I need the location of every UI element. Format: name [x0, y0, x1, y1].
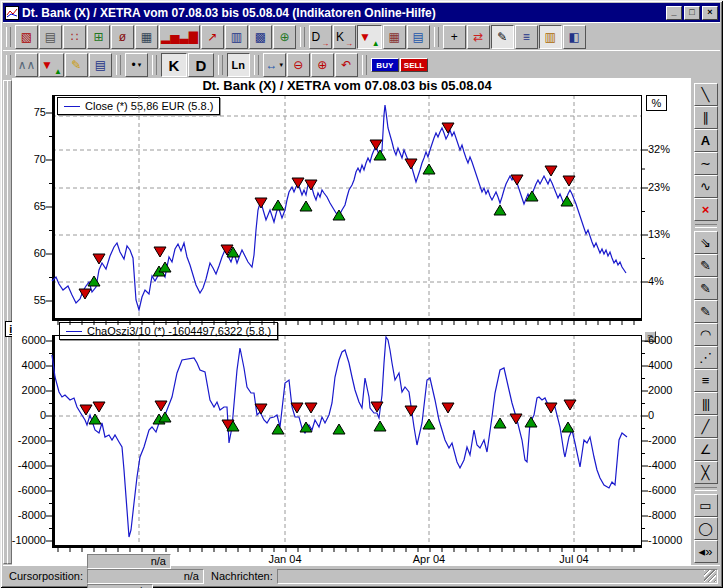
title-bar[interactable]: Dt. Bank (X) / XETRA vom 07.08.03 bis 05…	[3, 3, 720, 22]
grid-tool[interactable]: ╳	[694, 461, 718, 484]
more-tools[interactable]: ◂»	[694, 540, 718, 563]
log-scale-button[interactable]: Ln	[227, 53, 250, 77]
text-tool[interactable]: A	[694, 129, 718, 152]
toolbar-grip[interactable]	[152, 55, 157, 75]
zoom-in-button[interactable]: ⊕	[311, 53, 334, 77]
toolbar-grip[interactable]	[6, 55, 11, 75]
toolbar-grip[interactable]	[362, 55, 367, 75]
close-price-plot	[45, 95, 649, 328]
buy-sell-signals-icon[interactable]: ▼▲	[39, 53, 64, 77]
y-axis-right-label: -6000	[648, 484, 694, 496]
arc-tool[interactable]: ◠	[694, 323, 718, 346]
freehand-tool[interactable]: ∼	[694, 152, 718, 175]
drawing-toolbar: ╲∥A∼∿×⇘✎✎✎◠⋰≡|||╱∠╳▭◯◂»	[690, 78, 720, 566]
zigzag-analysis-icon[interactable]: ∧∧	[15, 53, 38, 77]
elliott-tool[interactable]: ✎	[694, 277, 718, 300]
buy-signal-marker	[272, 424, 284, 434]
zoom-history-icon[interactable]: ↶	[335, 53, 358, 77]
notes-icon[interactable]: ≡	[515, 25, 538, 49]
toolbar-grip[interactable]	[434, 27, 439, 47]
x-axis-label: Apr 04	[399, 553, 459, 565]
sell-signal-marker	[154, 247, 166, 257]
y-axis-label: 70	[4, 153, 46, 165]
parallel-channel-tool[interactable]: ∥	[694, 106, 718, 129]
angle-fan-tool[interactable]: ∠	[694, 438, 718, 461]
cursor-position-value: n/a	[87, 554, 171, 569]
quote-table-icon[interactable]: ▦	[135, 25, 158, 49]
bar-width-dropdown[interactable]: ↔▾	[263, 53, 286, 77]
sell-signal-marker	[155, 401, 167, 411]
sell-signal-marker	[255, 198, 267, 208]
buy-button[interactable]: BUY	[371, 58, 399, 72]
line-tool[interactable]: ╱	[694, 415, 718, 438]
gann-tool[interactable]: ✎	[694, 254, 718, 277]
cursor-position-value: n/a	[87, 584, 153, 588]
toolbar-grip[interactable]	[116, 55, 121, 75]
y-axis-label: -4000	[4, 459, 46, 471]
sell-signal-marker	[292, 178, 304, 188]
daily-mode-button[interactable]: D	[188, 53, 214, 77]
y-axis-right-label: 6000	[648, 334, 694, 346]
draw-pen-button[interactable]: ✎	[491, 25, 514, 49]
sell-signal-marker	[442, 403, 454, 413]
chart-workarea: ▾ in 1000 Dt. Bank (X) / XETRA vom 07.08…	[3, 78, 693, 566]
line-style-dropdown[interactable]: •▾	[125, 53, 148, 77]
candle-mode-button[interactable]: K	[161, 53, 187, 77]
status-bar: Cursorposition: n/an/an/a Nachrichten:	[3, 565, 720, 586]
fan-tool[interactable]: ⋰	[694, 346, 718, 369]
y-axis-right-label: 2000	[648, 384, 694, 396]
indicator-list-icon[interactable]: ▤	[407, 25, 430, 49]
crosshair-icon[interactable]: +	[443, 25, 466, 49]
news-monitor-icon[interactable]: ▥	[225, 25, 248, 49]
y-axis-label: 6000	[4, 334, 46, 346]
sell-button[interactable]: SELL	[400, 58, 428, 72]
close-button[interactable]: ×	[702, 6, 718, 20]
buy-signal-marker	[333, 424, 345, 434]
histogram-icon[interactable]: ▂▅▃▇	[159, 25, 200, 49]
y-axis-label: -2000	[4, 434, 46, 446]
candle-data-button[interactable]: K→	[333, 25, 356, 49]
toolbar-grip[interactable]	[6, 27, 11, 47]
speedline-tool[interactable]: ✎	[694, 300, 718, 323]
minimize-button[interactable]: _	[666, 6, 682, 20]
rectangle-tool[interactable]: ▭	[694, 494, 718, 517]
x-axis-label: Jul 04	[544, 553, 604, 565]
move-arrows-icon[interactable]: ⇄	[467, 25, 490, 49]
ellipse-tool[interactable]: ◯	[694, 517, 718, 540]
marker-pen-icon[interactable]: ✎	[65, 53, 88, 77]
copy-chart-icon[interactable]: ▤	[39, 25, 62, 49]
portfolio-icon[interactable]: ⊞	[87, 25, 110, 49]
new-chart-icon[interactable]: ▧	[15, 25, 38, 49]
signals-button[interactable]: ▼▲	[357, 25, 382, 49]
grid-chart-icon[interactable]: ▦	[383, 25, 406, 49]
maximize-button[interactable]: □	[684, 6, 700, 20]
chart-canvas[interactable]: Dt. Bank (X) / XETRA vom 07.08.03 bis 05…	[12, 78, 692, 566]
window-stack-icon[interactable]: ▩	[249, 25, 272, 49]
daily-data-button[interactable]: D→	[309, 25, 332, 49]
zoom-out-button[interactable]: ⊖	[287, 53, 310, 77]
lasso-icon[interactable]: ø	[111, 25, 134, 49]
panel-layout-icon[interactable]: ◧	[563, 25, 586, 49]
delete-drawing-tool[interactable]: ×	[694, 198, 718, 221]
resize-grip[interactable]	[704, 570, 716, 582]
y-axis-right-label: -10000	[648, 534, 694, 546]
properties-icon[interactable]: ▤	[89, 53, 112, 77]
buy-signal-marker	[159, 262, 171, 272]
symbol-list-icon[interactable]: ∷	[63, 25, 86, 49]
world-chart-icon[interactable]: ⊕	[273, 25, 296, 49]
toolbar-grip[interactable]	[218, 55, 223, 75]
retracement-tool[interactable]: ≡	[694, 369, 718, 392]
wave-tool[interactable]: ∿	[694, 175, 718, 198]
app-window: Dt. Bank (X) / XETRA vom 07.08.03 bis 05…	[0, 0, 723, 588]
vertical-lines-tool[interactable]: |||	[694, 392, 718, 415]
y-axis-right-label: -4000	[648, 459, 694, 471]
trendline-tool[interactable]: ╲	[694, 83, 718, 106]
line-chart-icon[interactable]: ↗	[201, 25, 224, 49]
y-axis-label: -10000	[4, 534, 46, 546]
toolbar-grip[interactable]	[254, 55, 259, 75]
toolbar-grip[interactable]	[300, 27, 305, 47]
regression-tool[interactable]: ⇘	[694, 231, 718, 254]
toolbar-separator	[695, 224, 717, 228]
legend-list-button[interactable]: ▥	[539, 25, 562, 49]
y-axis-right-label: 32%	[648, 143, 694, 155]
